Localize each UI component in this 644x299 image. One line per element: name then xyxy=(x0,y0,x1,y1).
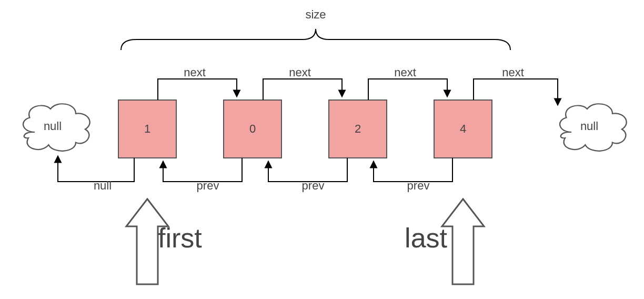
node-3: 2 xyxy=(329,100,387,158)
null-arrow-left-label: null xyxy=(94,179,112,192)
last-pointer-label: last xyxy=(405,223,447,253)
node-1-value: 1 xyxy=(144,122,150,135)
prev-arrow-2 xyxy=(268,158,347,182)
size-label: size xyxy=(305,8,326,21)
last-pointer-arrow xyxy=(442,199,484,284)
next-label-3: next xyxy=(394,66,416,79)
prev-arrow-3 xyxy=(374,158,452,182)
prev-label-3: prev xyxy=(407,179,430,192)
prev-arrow-1 xyxy=(163,158,242,182)
node-2-value: 0 xyxy=(249,122,256,135)
node-4: 4 xyxy=(434,100,492,158)
node-3-value: 2 xyxy=(355,122,361,135)
next-label-2: next xyxy=(289,66,311,79)
first-pointer-label: first xyxy=(158,223,202,253)
null-cloud-left-label: null xyxy=(44,119,62,133)
prev-label-2: prev xyxy=(302,179,325,192)
node-4-value: 4 xyxy=(460,122,466,135)
next-arrow-3 xyxy=(368,79,447,100)
prev-label-1: prev xyxy=(197,179,219,192)
null-cloud-right-label: null xyxy=(580,119,598,133)
node-1: 1 xyxy=(118,100,176,158)
next-arrow-1 xyxy=(158,79,237,100)
next-arrow-2 xyxy=(263,79,342,100)
next-label-4: next xyxy=(502,66,524,79)
null-arrow-left xyxy=(58,156,134,182)
next-label-1: next xyxy=(184,66,206,79)
node-2: 0 xyxy=(224,100,281,158)
